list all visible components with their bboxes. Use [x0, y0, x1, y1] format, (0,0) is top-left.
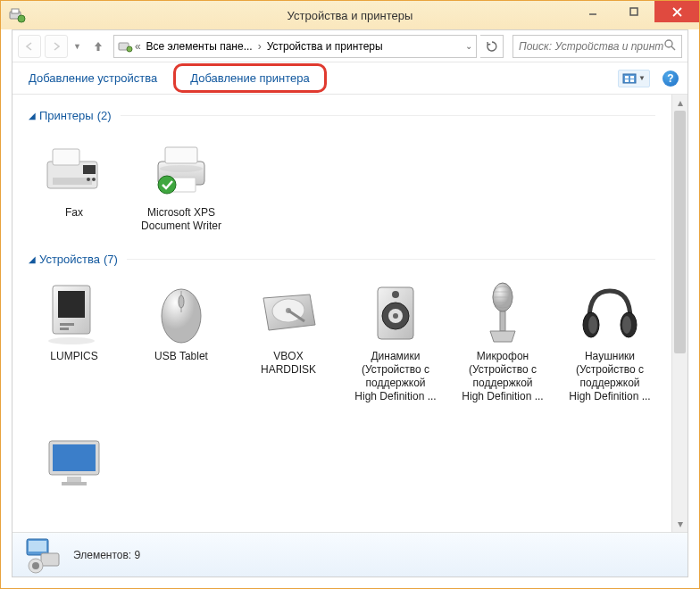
svg-rect-54 [62, 482, 87, 485]
headphones-icon [574, 278, 646, 350]
minimize-button[interactable] [572, 1, 613, 22]
search-box[interactable] [512, 35, 682, 58]
chevron-icon: « [135, 40, 141, 53]
group-label: Принтеры [39, 109, 94, 122]
navigation-bar: ▼ « Все элементы пане... › Устройства и … [12, 30, 688, 62]
svg-rect-53 [67, 477, 81, 482]
group-header-devices[interactable]: ◢ Устройства (7) [29, 253, 655, 266]
svg-point-41 [392, 291, 399, 298]
search-icon[interactable] [663, 38, 676, 54]
window-inner: ▼ « Все элементы пане... › Устройства и … [12, 29, 688, 577]
item-label: Fax [65, 206, 83, 220]
device-item-monitor[interactable] [29, 423, 120, 502]
maximize-button[interactable] [613, 1, 654, 22]
svg-rect-4 [630, 8, 638, 15]
svg-point-21 [92, 178, 96, 181]
monitor-icon [38, 427, 110, 498]
printers-list: Fax Microsoft XPS Document Writer [29, 131, 655, 236]
svg-point-8 [127, 46, 132, 52]
svg-point-26 [158, 176, 176, 194]
item-label: Микрофон (Устройство с поддержкой High D… [461, 350, 545, 403]
device-item-microphone[interactable]: Микрофон (Устройство с поддержкой High D… [457, 275, 548, 407]
svg-rect-14 [625, 79, 629, 82]
back-button[interactable] [18, 35, 41, 58]
device-item-xps[interactable]: Microsoft XPS Document Writer [136, 131, 227, 236]
svg-point-50 [622, 316, 631, 334]
group-label: Устройства [39, 253, 100, 266]
item-label: Наушники (Устройство с поддержкой High D… [568, 350, 652, 403]
device-item-computer[interactable]: LUMPICS [29, 275, 120, 407]
harddisk-icon [253, 278, 324, 350]
svg-rect-52 [53, 444, 96, 471]
svg-rect-18 [83, 165, 96, 174]
device-item-fax[interactable]: Fax [29, 131, 120, 236]
status-text: Элементов: 9 [73, 549, 140, 561]
command-bar: Добавление устройства Добавление принтер… [12, 62, 688, 95]
control-panel-icon [118, 39, 132, 54]
svg-point-59 [32, 562, 39, 569]
collapse-icon: ◢ [29, 254, 36, 264]
title-bar: Устройства и принтеры [1, 1, 699, 29]
scroll-up-button[interactable]: ▴ [672, 95, 688, 111]
devices-overflow [29, 423, 655, 502]
help-button[interactable]: ? [662, 71, 679, 87]
breadcrumb-segment[interactable]: Все элементы пане... [144, 40, 255, 53]
item-label: VBOX HARDDISK [246, 350, 330, 377]
printer-icon [146, 135, 217, 206]
close-button[interactable] [654, 1, 699, 22]
collapse-icon: ◢ [29, 111, 36, 120]
app-icon [8, 6, 26, 24]
content-area: ◢ Принтеры (2) Fax [12, 95, 671, 532]
svg-rect-57 [41, 553, 59, 566]
breadcrumb-segment[interactable]: Устройства и принтеры [264, 40, 386, 53]
svg-rect-1 [12, 9, 19, 13]
body-row: ◢ Принтеры (2) Fax [12, 95, 688, 532]
svg-rect-17 [53, 149, 79, 165]
item-label: Microsoft XPS Document Writer [139, 206, 223, 233]
device-item-speakers[interactable]: Динамики (Устройство с поддержкой High D… [350, 275, 441, 407]
svg-rect-15 [630, 79, 634, 82]
search-input[interactable] [519, 40, 663, 53]
chevron-right-icon: › [258, 40, 262, 53]
scroll-track[interactable] [672, 111, 688, 516]
svg-point-49 [588, 316, 597, 334]
svg-point-34 [179, 295, 184, 308]
svg-rect-56 [29, 541, 46, 552]
refresh-button[interactable] [480, 35, 504, 58]
group-header-printers[interactable]: ◢ Принтеры (2) [29, 109, 655, 122]
svg-rect-29 [60, 323, 74, 326]
forward-button[interactable] [45, 35, 68, 58]
breadcrumb[interactable]: « Все элементы пане... › Устройства и пр… [113, 35, 477, 58]
svg-point-2 [18, 15, 25, 22]
device-item-harddisk[interactable]: VBOX HARDDISK [243, 275, 334, 407]
device-item-headphones[interactable]: Наушники (Устройство с поддержкой High D… [564, 275, 655, 407]
view-icon [622, 72, 637, 85]
scroll-thumb[interactable] [674, 111, 686, 353]
up-button[interactable] [87, 35, 110, 58]
svg-point-31 [48, 337, 95, 344]
vertical-scrollbar[interactable]: ▴ ▾ [671, 95, 688, 532]
chevron-down-icon: ▼ [638, 74, 646, 82]
svg-point-25 [160, 165, 203, 172]
fax-icon [38, 135, 110, 206]
item-label: LUMPICS [50, 350, 97, 363]
scroll-down-button[interactable]: ▾ [672, 516, 688, 532]
recent-dropdown-icon[interactable]: ▼ [71, 42, 83, 51]
microphone-icon [467, 278, 538, 350]
view-options-button[interactable]: ▼ [618, 70, 650, 87]
item-label: USB Tablet [154, 350, 208, 363]
devices-list: LUMPICS USB Tablet [29, 275, 655, 407]
svg-rect-19 [53, 178, 92, 185]
add-device-button[interactable]: Добавление устройства [21, 68, 164, 88]
svg-point-9 [665, 40, 672, 47]
svg-point-40 [393, 313, 398, 319]
svg-rect-13 [630, 76, 634, 79]
speaker-icon [360, 278, 431, 350]
computer-icon [38, 278, 110, 350]
svg-point-20 [87, 178, 90, 181]
add-printer-button[interactable]: Добавление принтера [173, 63, 326, 93]
devices-collection-icon [23, 537, 62, 573]
device-item-mouse[interactable]: USB Tablet [136, 275, 227, 407]
breadcrumb-dropdown-icon[interactable]: ⌄ [465, 41, 472, 51]
group-count: (7) [104, 253, 118, 266]
